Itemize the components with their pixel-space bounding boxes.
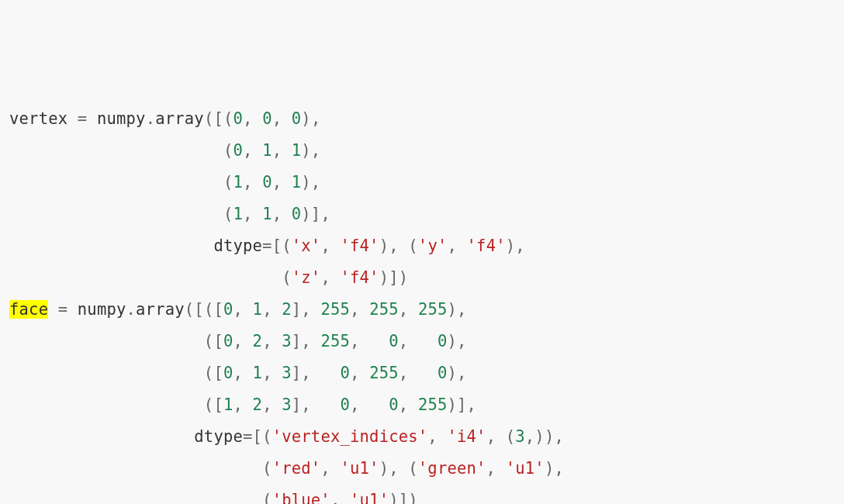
code-token: 1	[253, 364, 263, 382]
code-token: 'x'	[292, 236, 321, 255]
code-token	[399, 459, 409, 478]
code-token: array	[136, 300, 185, 319]
code-token: 1	[262, 141, 272, 160]
code-token	[311, 395, 341, 414]
code-token: 255	[320, 300, 350, 319]
code-token: ,	[447, 236, 457, 255]
code-token: 1	[223, 395, 233, 414]
code-token: ),	[379, 236, 399, 255]
code-token: ,)),	[525, 427, 564, 446]
code-token: ),	[545, 459, 564, 478]
code-token: 0	[223, 300, 233, 319]
code-token: ],	[292, 395, 311, 414]
code-token: 0	[292, 205, 302, 223]
code-token: 0	[262, 109, 272, 128]
code-token: 2	[253, 395, 263, 414]
code-token: ),	[379, 459, 399, 478]
code-token: )])	[379, 268, 409, 287]
code-token: ,	[233, 332, 243, 350]
code-token	[311, 332, 321, 350]
code-token	[408, 395, 418, 414]
code-token: (	[408, 459, 418, 478]
code-token: 1	[233, 205, 243, 223]
code-line: (1, 1, 0)],	[9, 198, 835, 230]
code-token: 3	[282, 332, 292, 350]
code-token	[243, 300, 253, 319]
code-token: (	[223, 141, 233, 160]
code-token: 0	[262, 173, 272, 192]
code-token: 3	[515, 427, 525, 446]
code-token	[330, 459, 341, 478]
code-token	[282, 141, 292, 160]
code-token: 255	[369, 300, 399, 319]
code-token: =[(	[243, 427, 272, 446]
code-token	[272, 332, 282, 350]
code-token	[9, 268, 282, 287]
code-token	[496, 427, 506, 446]
code-token: ,	[427, 427, 438, 446]
code-token: ],	[292, 332, 311, 350]
code-token	[253, 141, 263, 160]
code-token: 3	[282, 364, 292, 382]
code-token	[272, 364, 282, 382]
code-token	[399, 236, 409, 255]
code-token: 0	[223, 364, 233, 382]
code-token: )])	[389, 491, 418, 504]
code-token: ,	[272, 141, 282, 160]
code-token	[9, 395, 204, 414]
code-token: (	[223, 173, 233, 192]
code-token: (	[408, 236, 418, 255]
code-token: 1	[233, 173, 243, 192]
code-token: ,	[399, 364, 409, 382]
code-token: 'z'	[292, 268, 321, 287]
code-token: 0	[389, 395, 399, 414]
code-line: ('z', 'f4')])	[9, 262, 835, 294]
code-token: =	[58, 300, 68, 319]
code-token: ,	[399, 300, 409, 319]
code-line: dtype=[('vertex_indices', 'i4', (3,)),	[9, 421, 835, 453]
code-token	[311, 364, 341, 382]
code-token: ([(	[204, 109, 233, 128]
code-token: 0	[233, 109, 244, 128]
code-token: numpy	[97, 109, 146, 128]
code-token: numpy	[78, 300, 126, 319]
code-token: =[(	[262, 236, 292, 255]
code-token: vertex	[9, 109, 67, 128]
code-token	[282, 205, 292, 223]
code-token: (	[506, 427, 516, 446]
code-token	[496, 459, 506, 478]
code-token: 0	[438, 332, 448, 350]
code-token	[9, 205, 223, 223]
code-token	[360, 332, 389, 350]
code-token	[243, 395, 253, 414]
code-token: 'blue'	[272, 491, 330, 504]
code-token	[87, 109, 97, 128]
code-token: 'u1'	[340, 459, 379, 478]
code-token	[9, 459, 262, 478]
code-token: 0	[389, 332, 399, 350]
code-line: ('blue', 'u1')])	[9, 485, 835, 504]
code-token: ,	[320, 236, 330, 255]
code-token: ,	[243, 173, 253, 192]
code-token: 'red'	[272, 459, 321, 478]
code-token: 'f4'	[340, 236, 379, 255]
code-token: 'vertex_indices'	[272, 427, 428, 446]
code-token: ,	[350, 395, 360, 414]
code-token: ,	[243, 141, 253, 160]
code-token: 0	[223, 332, 233, 350]
code-token: ([([	[185, 300, 223, 319]
code-token: ,	[330, 491, 341, 504]
code-token: ,	[350, 364, 360, 382]
code-line: face = numpy.array([([0, 1, 2], 255, 255…	[9, 294, 835, 326]
code-token: .	[146, 109, 156, 128]
code-token: ,	[399, 395, 409, 414]
code-token: ,	[486, 427, 496, 446]
code-token	[243, 332, 253, 350]
code-token: ([	[204, 332, 223, 350]
code-token	[9, 427, 194, 446]
code-token	[9, 141, 223, 160]
code-token: 1	[292, 173, 302, 192]
code-token	[457, 236, 467, 255]
code-token: 0	[341, 364, 351, 382]
code-token: 255	[320, 332, 350, 350]
